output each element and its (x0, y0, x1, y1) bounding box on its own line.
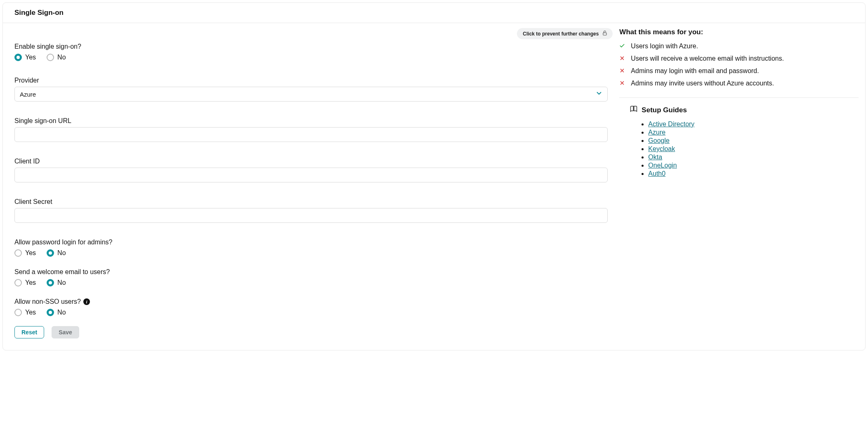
svg-rect-0 (603, 33, 606, 35)
guide-link-okta[interactable]: Okta (648, 154, 662, 161)
guide-link-google[interactable]: Google (648, 137, 670, 144)
welcome-email-label: Send a welcome email to users? (14, 268, 608, 276)
field-allow-admin-pw: Allow password login for admins? Yes No (14, 239, 608, 257)
field-client-id: Client ID (14, 158, 608, 182)
check-icon (619, 43, 625, 49)
guide-item: OneLogin (648, 162, 859, 169)
lock-toggle-button[interactable]: Click to prevent further changes (517, 28, 613, 39)
means-text: Users will receive a welcome email with … (631, 54, 784, 64)
allow-non-sso-radio-group: Yes No (14, 309, 608, 316)
enable-sso-radio-group: Yes No (14, 54, 608, 61)
radio-icon (14, 309, 22, 316)
radio-icon (47, 279, 54, 286)
guide-link-keycloak[interactable]: Keycloak (648, 145, 675, 152)
allow-admin-pw-label: Allow password login for admins? (14, 239, 608, 246)
form-buttons: Reset Save (14, 326, 608, 338)
field-welcome-email: Send a welcome email to users? Yes No (14, 268, 608, 286)
field-enable-sso: Enable single sign-on? Yes No (14, 43, 608, 61)
guide-item: Okta (648, 154, 859, 161)
radio-label: Yes (25, 54, 36, 61)
form-column: Click to prevent further changes Enable … (3, 23, 619, 350)
means-item: Admins may login with email and password… (619, 66, 859, 76)
radio-label: No (57, 309, 66, 316)
client-id-label: Client ID (14, 158, 608, 165)
info-icon[interactable]: i (83, 298, 90, 305)
radio-icon (14, 54, 22, 61)
allow-admin-pw-radio-group: Yes No (14, 249, 608, 257)
field-client-secret: Client Secret (14, 198, 608, 223)
radio-icon (14, 249, 22, 257)
guide-item: Azure (648, 129, 859, 136)
enable-sso-yes[interactable]: Yes (14, 54, 36, 61)
divider (619, 97, 859, 98)
radio-label: No (57, 279, 66, 286)
radio-icon (14, 279, 22, 286)
welcome-email-no[interactable]: No (47, 279, 66, 286)
sso-panel: Single Sign-on Click to prevent further … (2, 2, 866, 350)
panel-title: Single Sign-on (3, 3, 865, 23)
sso-url-input[interactable] (14, 127, 608, 142)
radio-icon (47, 309, 54, 316)
allow-non-sso-label: Allow non-SSO users? i (14, 298, 608, 305)
means-item: Users will receive a welcome email with … (619, 54, 859, 64)
guide-item: Google (648, 137, 859, 144)
allow-non-sso-no[interactable]: No (47, 309, 66, 316)
welcome-email-yes[interactable]: Yes (14, 279, 36, 286)
radio-label: No (57, 54, 66, 61)
means-text: Admins may login with email and password… (631, 66, 759, 76)
guide-link-auth0[interactable]: Auth0 (648, 170, 665, 177)
sidebar-column: What this means for you: Users login wit… (619, 23, 865, 350)
book-icon (630, 105, 637, 115)
guides-heading-text: Setup Guides (642, 106, 687, 114)
client-secret-label: Client Secret (14, 198, 608, 206)
cross-icon (619, 68, 625, 73)
sso-url-label: Single sign-on URL (14, 117, 608, 125)
provider-label: Provider (14, 77, 608, 84)
allow-admin-pw-yes[interactable]: Yes (14, 249, 36, 257)
allow-non-sso-label-text: Allow non-SSO users? (14, 298, 81, 305)
guide-item: Keycloak (648, 145, 859, 153)
unlock-icon (602, 30, 608, 37)
guide-link-azure[interactable]: Azure (648, 129, 665, 136)
cross-icon (619, 80, 625, 86)
sidebar-heading: What this means for you: (619, 28, 859, 36)
guide-link-onelogin[interactable]: OneLogin (648, 162, 677, 169)
field-allow-non-sso: Allow non-SSO users? i Yes No (14, 298, 608, 316)
allow-non-sso-yes[interactable]: Yes (14, 309, 36, 316)
radio-label: No (57, 249, 66, 257)
enable-sso-label: Enable single sign-on? (14, 43, 608, 50)
means-text: Users login with Azure. (631, 41, 698, 51)
cross-icon (619, 55, 625, 61)
enable-sso-no[interactable]: No (47, 54, 66, 61)
field-provider: Provider Azure (14, 77, 608, 102)
provider-select-wrap: Azure (14, 87, 608, 102)
means-item: Users login with Azure. (619, 41, 859, 51)
means-text: Admins may invite users without Azure ac… (631, 78, 774, 88)
radio-icon (47, 54, 54, 61)
guide-link-active-directory[interactable]: Active Directory (648, 121, 694, 128)
guide-item: Auth0 (648, 170, 859, 177)
client-id-input[interactable] (14, 168, 608, 182)
provider-selected-value: Azure (20, 91, 36, 98)
guides-heading: Setup Guides (630, 105, 859, 115)
radio-icon (47, 249, 54, 257)
allow-admin-pw-no[interactable]: No (47, 249, 66, 257)
reset-button[interactable]: Reset (14, 326, 44, 338)
save-button[interactable]: Save (52, 326, 79, 338)
guides-list: Active Directory Azure Google Keycloak O… (648, 121, 859, 177)
radio-label: Yes (25, 309, 36, 316)
field-sso-url: Single sign-on URL (14, 117, 608, 142)
lock-toggle-label: Click to prevent further changes (523, 31, 599, 37)
guide-item: Active Directory (648, 121, 859, 128)
means-item: Admins may invite users without Azure ac… (619, 78, 859, 88)
radio-label: Yes (25, 249, 36, 257)
welcome-email-radio-group: Yes No (14, 279, 608, 286)
client-secret-input[interactable] (14, 208, 608, 223)
radio-label: Yes (25, 279, 36, 286)
means-list: Users login with Azure. Users will recei… (619, 41, 859, 88)
provider-select[interactable]: Azure (14, 87, 608, 102)
panel-body: Click to prevent further changes Enable … (3, 23, 865, 350)
